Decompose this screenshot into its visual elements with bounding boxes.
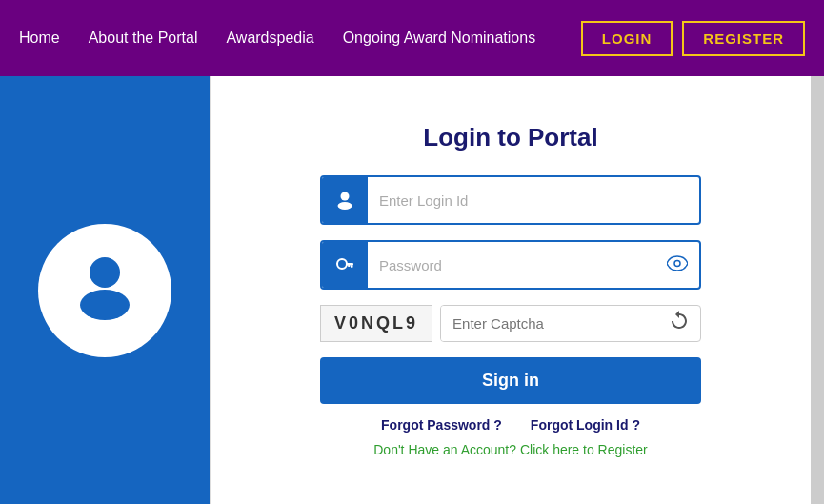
user-avatar-icon (67, 246, 143, 334)
svg-point-3 (338, 202, 352, 210)
signin-button[interactable]: Sign in (320, 357, 701, 404)
forgot-password-link[interactable]: Forgot Password ? (381, 417, 502, 433)
nav-awardspedia[interactable]: Awardspedia (226, 30, 313, 47)
svg-rect-7 (348, 265, 351, 267)
login-id-input[interactable] (368, 181, 699, 220)
captcha-row: V0NQL9 (320, 305, 701, 342)
svg-point-0 (90, 257, 120, 288)
svg-point-1 (80, 290, 130, 320)
navbar: Home About the Portal Awardspedia Ongoin… (0, 0, 824, 76)
svg-point-4 (337, 259, 347, 269)
main-content: Login to Portal (0, 76, 824, 504)
register-button[interactable]: REGISTER (682, 21, 805, 56)
forgot-login-link[interactable]: Forgot Login Id ? (531, 417, 640, 433)
login-box: Login to Portal (301, 94, 720, 486)
user-icon (322, 177, 368, 223)
show-password-icon[interactable] (655, 255, 699, 275)
password-input[interactable] (368, 246, 655, 285)
nav-home[interactable]: Home (19, 30, 60, 47)
nav-nominations[interactable]: Ongoing Award Nominations (343, 30, 536, 47)
captcha-input-wrap (440, 305, 701, 342)
register-prompt: Don't Have an Account? Click here to Reg… (320, 442, 701, 457)
scrollbar[interactable] (811, 76, 824, 504)
password-group (320, 240, 701, 290)
avatar-circle (38, 224, 171, 357)
nav-about[interactable]: About the Portal (89, 30, 198, 47)
captcha-input[interactable] (441, 306, 658, 341)
login-id-group (320, 175, 701, 225)
login-title: Login to Portal (320, 123, 701, 152)
refresh-captcha-icon[interactable] (658, 310, 700, 337)
left-panel (0, 76, 210, 504)
svg-point-8 (674, 260, 680, 266)
login-button[interactable]: LOGIN (581, 21, 673, 56)
forgot-row: Forgot Password ? Forgot Login Id ? (320, 417, 701, 433)
svg-point-2 (341, 192, 350, 201)
login-area: Login to Portal (210, 76, 811, 504)
key-icon (322, 242, 368, 288)
captcha-image: V0NQL9 (320, 305, 432, 342)
svg-rect-6 (351, 265, 353, 268)
nav-links: Home About the Portal Awardspedia Ongoin… (19, 30, 573, 47)
register-link[interactable]: Don't Have an Account? Click here to Reg… (373, 442, 648, 457)
